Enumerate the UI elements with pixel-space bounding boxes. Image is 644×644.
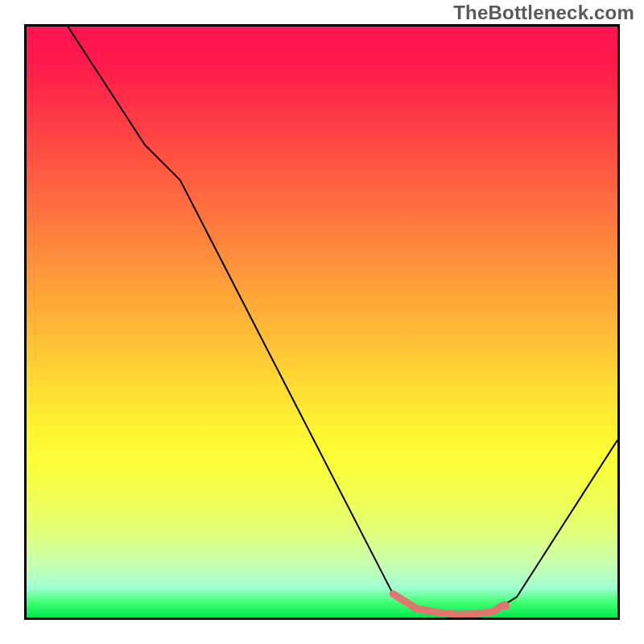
curve-layer bbox=[68, 27, 617, 614]
chart-frame: TheBottleneck.com bbox=[0, 0, 644, 644]
chart-svg bbox=[27, 27, 617, 617]
watermark-text: TheBottleneck.com bbox=[453, 2, 634, 24]
highlight-marker-1 bbox=[501, 601, 510, 610]
bottleneck-curve bbox=[68, 27, 617, 614]
highlight-marker-0 bbox=[493, 606, 500, 613]
highlight-segment bbox=[393, 594, 502, 615]
plot-area bbox=[24, 24, 620, 620]
